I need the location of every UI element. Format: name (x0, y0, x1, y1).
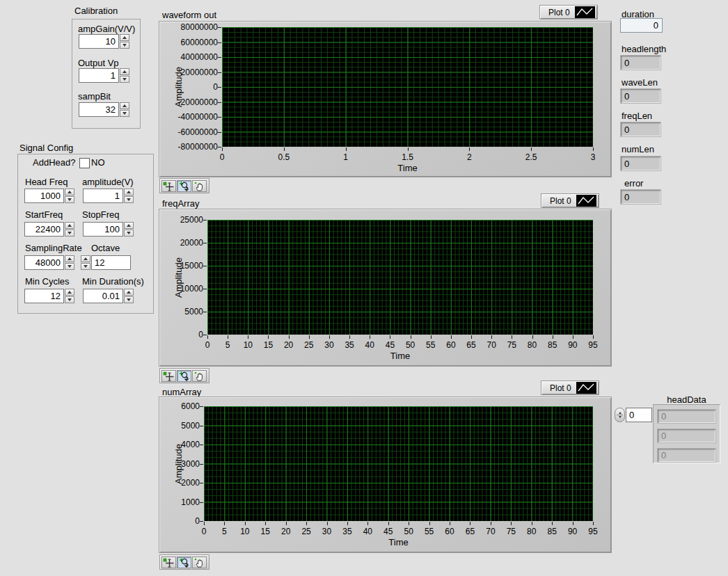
increment-button[interactable] (124, 222, 134, 229)
y-tick-label: 2000 (141, 478, 200, 488)
pan-hand-icon[interactable] (192, 557, 207, 568)
array-index-spinner[interactable] (615, 408, 625, 422)
x-tick-mark (573, 335, 573, 339)
x-tick-mark (429, 522, 430, 525)
increment-button[interactable] (120, 34, 129, 41)
stopfreq-control: 100 (83, 222, 134, 237)
plot-legend[interactable]: Plot 0 (541, 193, 599, 208)
x-tick-label: 15 (261, 527, 270, 536)
stopfreq-value: 100 (104, 224, 120, 234)
zoom-magnifier-icon[interactable] (177, 370, 191, 382)
y-tick-mark (218, 132, 221, 133)
ampgain-input[interactable]: 10 (79, 34, 119, 49)
headdata-label: headData (653, 395, 720, 405)
array-index-input[interactable]: 0 (626, 408, 652, 422)
increment-button[interactable] (120, 102, 129, 109)
waveform-out-graph: Amplitude Time 8000000060000000400000002… (159, 21, 612, 177)
decrement-button[interactable] (120, 42, 129, 49)
zoom-magnifier-icon[interactable] (177, 557, 191, 568)
amplitude-control: 1 (83, 189, 134, 203)
plot-area[interactable] (222, 27, 593, 147)
increment-button[interactable] (65, 222, 74, 229)
x-tick-label: 15 (264, 340, 273, 350)
decrement-button[interactable] (65, 296, 74, 303)
x-tick-label: 95 (588, 527, 597, 536)
decrement-button[interactable] (81, 263, 90, 270)
y-tick-mark (218, 27, 221, 28)
addhead-checkbox[interactable] (79, 158, 90, 168)
x-tick-mark (346, 147, 347, 151)
decrement-button[interactable] (65, 263, 74, 270)
increment-button[interactable] (124, 289, 134, 296)
array-index-value: 0 (629, 410, 634, 420)
decrement-button[interactable] (120, 76, 129, 83)
plot-legend[interactable]: Plot 0 (541, 381, 599, 395)
x-tick-mark (573, 522, 573, 525)
amplitude-input[interactable]: 1 (83, 189, 123, 203)
decrement-button[interactable] (65, 230, 74, 237)
pan-hand-icon[interactable] (192, 370, 207, 382)
x-axis-label: Time (397, 163, 417, 173)
y-tick-label: -40000000 (159, 112, 218, 122)
increment-button[interactable] (65, 255, 74, 262)
x-tick-label: 25 (301, 527, 310, 536)
wavelen-indicator: 0 (620, 88, 661, 104)
mincycles-spinner (65, 289, 74, 303)
x-tick-label: 0.5 (278, 152, 290, 162)
x-tick-label: 10 (244, 340, 253, 350)
stopfreq-input[interactable]: 100 (83, 222, 123, 237)
x-tick-mark (512, 335, 512, 339)
minduration-spinner (124, 289, 134, 303)
decrement-button[interactable] (124, 296, 134, 303)
mincycles-control: 12 (24, 289, 74, 303)
x-tick-label: 45 (383, 527, 393, 536)
plot-area[interactable] (204, 406, 593, 521)
mincycles-input[interactable]: 12 (24, 289, 64, 303)
plot-legend[interactable]: Plot 0 (539, 5, 598, 19)
x-tick-label: 10 (240, 527, 249, 536)
decrement-button[interactable] (124, 230, 134, 237)
zoom-magnifier-icon[interactable] (177, 180, 191, 192)
x-tick-mark (491, 522, 491, 525)
samplingrate-input[interactable]: 48000 (24, 255, 64, 270)
headlength-value: 0 (624, 58, 629, 68)
x-tick-label: 0 (205, 340, 210, 350)
y-tick-label: 5000 (141, 421, 200, 431)
decrement-button[interactable] (124, 196, 134, 203)
crosshair-cursor-icon[interactable] (161, 180, 176, 192)
plot-area[interactable] (207, 220, 593, 335)
x-tick-mark (471, 335, 472, 339)
x-tick-label: 45 (386, 340, 395, 350)
sampbit-input[interactable]: 32 (79, 102, 119, 117)
pan-hand-icon[interactable] (192, 180, 207, 192)
startfreq-control: 22400 (24, 222, 74, 237)
headfreq-value: 1000 (40, 191, 61, 201)
x-tick-mark (553, 335, 553, 339)
x-tick-mark (411, 335, 411, 339)
x-tick-mark (286, 522, 287, 525)
y-tick-mark (200, 483, 203, 483)
outputvp-input[interactable]: 1 (79, 68, 119, 83)
wavelen-label: waveLen (622, 78, 658, 88)
crosshair-cursor-icon[interactable] (161, 370, 176, 382)
octave-input[interactable]: 12 (91, 255, 131, 270)
minduration-input[interactable]: 0.01 (83, 289, 123, 303)
increment-button[interactable] (124, 189, 134, 195)
increment-button[interactable] (65, 189, 74, 195)
startfreq-input[interactable]: 22400 (24, 222, 64, 237)
x-tick-mark (224, 522, 225, 525)
headfreq-input[interactable]: 1000 (24, 189, 64, 203)
x-tick-mark (245, 522, 246, 525)
error-indicator: 0 (620, 189, 661, 205)
decrement-button[interactable] (120, 110, 129, 117)
x-tick-mark (532, 522, 532, 525)
headlength-label: headlength (622, 45, 666, 54)
startfreq-label: StartFreq (25, 210, 63, 220)
numarray-graph: Amplitude Time 6000500040003000200010000… (159, 397, 612, 553)
increment-button[interactable] (120, 68, 129, 75)
decrement-button[interactable] (65, 196, 74, 203)
y-tick-label: 6000 (141, 401, 200, 411)
increment-button[interactable] (65, 289, 74, 296)
increment-button[interactable] (81, 255, 90, 262)
crosshair-cursor-icon[interactable] (161, 557, 176, 568)
